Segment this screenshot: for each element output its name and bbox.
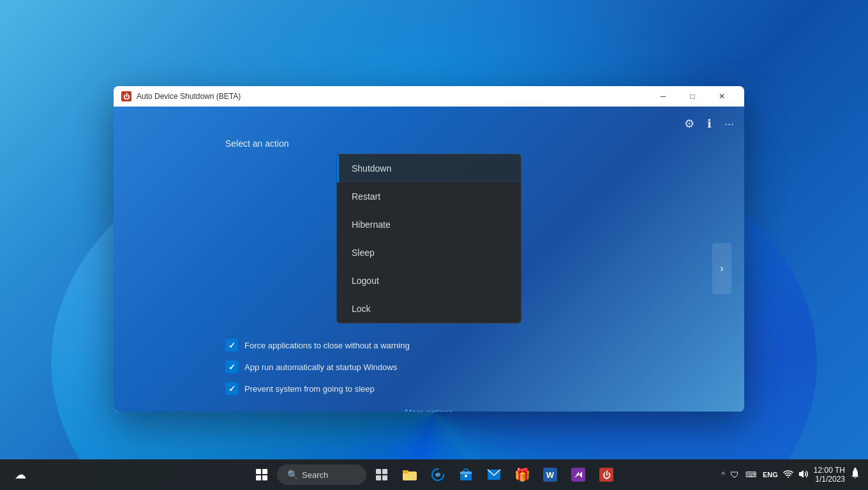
checkbox-force-close-label: Force applications to close without a wa… [244, 341, 410, 350]
dropdown-item-shutdown[interactable]: Shutdown [337, 154, 521, 182]
dropdown-item-hibernate-label: Hibernate [352, 219, 391, 230]
action-dropdown[interactable]: Shutdown Restart Hibernate Sleep Logout … [336, 154, 521, 323]
svg-rect-8 [460, 471, 472, 474]
dropdown-item-logout[interactable]: Logout [337, 267, 521, 295]
edge-browser-button[interactable] [425, 462, 451, 487]
close-button[interactable]: ✕ [707, 86, 737, 107]
clock-date: 1/1/2023 [815, 475, 845, 484]
notification-button[interactable] [850, 468, 860, 482]
mail-button[interactable] [481, 462, 507, 487]
svg-rect-0 [376, 469, 381, 474]
search-taskbar[interactable]: 🔍 Search [277, 464, 366, 485]
svg-rect-5 [403, 470, 408, 473]
window-controls: ─ □ ✕ [648, 86, 737, 107]
checkbox-row-3[interactable]: Prevent system from going to sleep [225, 382, 410, 395]
clock-time: 12:00 TH [814, 466, 845, 475]
clock-area[interactable]: 12:00 TH 1/1/2023 [814, 466, 845, 484]
more-button[interactable]: ··· [724, 117, 734, 131]
volume-icon[interactable] [798, 469, 809, 481]
title-bar: ⏻ Auto Device Shutdown (BETA) ─ □ ✕ [114, 86, 744, 107]
dropdown-item-restart-label: Restart [352, 191, 380, 202]
app-content: ⚙ ℹ ··· Select an action Shutdown Restar… [114, 107, 744, 412]
maximize-button[interactable]: □ [678, 86, 707, 107]
dropdown-item-hibernate[interactable]: Hibernate [337, 211, 521, 239]
taskbar-left: ☁ [8, 462, 33, 487]
windows-logo-icon [256, 469, 267, 480]
select-label: Select an action [225, 138, 289, 149]
dropdown-item-lock-label: Lock [352, 304, 371, 314]
weather-widget[interactable]: ☁ [8, 462, 33, 487]
checkbox-row-2[interactable]: App run automatically at startup Windows [225, 360, 410, 373]
dropdown-item-sleep[interactable]: Sleep [337, 239, 521, 267]
svg-rect-3 [382, 475, 387, 480]
wifi-icon[interactable] [783, 470, 793, 480]
tray-chevron-icon[interactable]: ^ [721, 470, 725, 479]
dropdown-item-lock[interactable]: Lock [337, 295, 521, 323]
search-icon: 🔍 [287, 470, 298, 480]
dropdown-item-shutdown-label: Shutdown [352, 163, 391, 174]
auto-shutdown-taskbar[interactable]: ⏻ [594, 462, 619, 487]
checkbox-row-1[interactable]: Force applications to close without a wa… [225, 339, 410, 352]
app-window: ⏻ Auto Device Shutdown (BETA) ─ □ ✕ ⚙ ℹ … [114, 86, 744, 412]
settings-button[interactable]: ⚙ [684, 117, 694, 131]
checkbox-startup-label: App run automatically at startup Windows [244, 362, 397, 372]
word-button[interactable]: W [537, 462, 563, 487]
svg-point-6 [435, 473, 440, 477]
system-tray: ^ 🛡 ⌨ [721, 468, 758, 481]
info-button[interactable]: ℹ [707, 117, 712, 131]
app-icon: ⏻ [121, 91, 131, 101]
svg-rect-1 [382, 469, 387, 474]
window-title: Auto Device Shutdown (BETA) [137, 92, 648, 101]
ms-store-button[interactable] [453, 462, 479, 487]
checkboxes-area: Force applications to close without a wa… [225, 339, 410, 395]
chevron-button[interactable]: › [712, 243, 731, 294]
dropdown-item-sleep-label: Sleep [352, 248, 375, 258]
file-explorer-button[interactable] [397, 462, 423, 487]
keyboard-icon[interactable]: ⌨ [744, 469, 758, 480]
dropdown-item-logout-label: Logout [352, 276, 379, 286]
svg-marker-12 [799, 470, 804, 478]
app-top-icons: ⚙ ℹ ··· [684, 117, 734, 131]
language-indicator[interactable]: ENG [763, 471, 778, 479]
search-label: Search [302, 470, 328, 480]
checkbox-prevent-sleep[interactable] [225, 382, 238, 395]
svg-point-9 [465, 475, 467, 477]
checkbox-startup[interactable] [225, 360, 238, 373]
shield-icon[interactable]: 🛡 [729, 468, 740, 481]
desktop: ⏻ Auto Device Shutdown (BETA) ─ □ ✕ ⚙ ℹ … [0, 0, 868, 490]
task-view-button[interactable] [369, 462, 394, 487]
taskbar: ☁ 🔍 Search [0, 459, 868, 490]
start-button[interactable] [249, 462, 274, 487]
dropdown-item-restart[interactable]: Restart [337, 182, 521, 211]
checkbox-force-close[interactable] [225, 339, 238, 352]
checkbox-prevent-sleep-label: Prevent system from going to sleep [244, 384, 375, 394]
svg-rect-2 [376, 475, 381, 480]
taskbar-right: ^ 🛡 ⌨ ENG [721, 466, 860, 484]
gift-button[interactable]: 🎁 [509, 462, 535, 487]
minimize-button[interactable]: ─ [648, 86, 678, 107]
taskbar-center: 🔍 Search [249, 462, 619, 487]
more-options-link[interactable]: More options [405, 408, 453, 412]
vs-button[interactable] [565, 462, 591, 487]
